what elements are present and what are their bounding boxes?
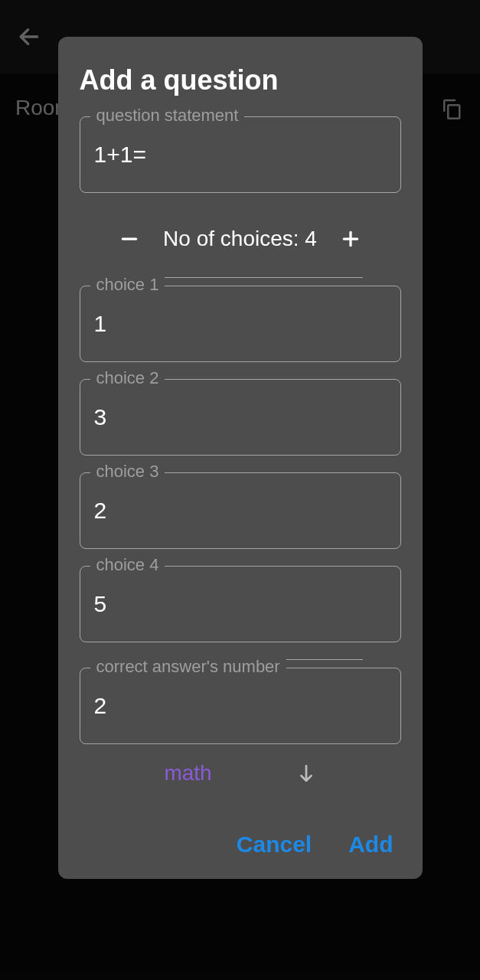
dialog-scrim[interactable]: Add a question question statement No of … [0,0,480,980]
category-label: math [164,761,211,786]
question-statement-label: question statement [90,107,245,124]
choice-4-label: choice 4 [90,557,165,573]
choice-2-field: choice 2 [80,379,401,456]
choice-3-input[interactable] [80,472,401,549]
correct-answer-input[interactable] [80,668,401,744]
correct-answer-field: correct answer's number [80,668,401,744]
choice-2-label: choice 2 [90,370,165,387]
dialog-title: Add a question [80,64,401,96]
question-statement-input[interactable] [80,116,401,193]
num-choices-prefix: No of choices: [163,227,305,250]
choice-3-field: choice 3 [80,472,401,549]
question-statement-field: question statement [80,116,401,193]
choice-4-input[interactable] [80,566,401,642]
choice-4-field: choice 4 [80,566,401,642]
dialog-actions: Cancel Add [80,831,401,858]
add-button[interactable]: Add [348,831,393,858]
choice-1-field: choice 1 [80,286,401,362]
add-question-dialog: Add a question question statement No of … [58,37,423,879]
num-choices-row: No of choices: 4 [80,224,401,254]
choice-1-input[interactable] [80,286,401,362]
num-choices-label: No of choices: 4 [163,227,317,251]
increment-choices-button[interactable] [335,224,366,254]
chevron-down-icon [296,763,316,783]
category-dropdown[interactable]: math [80,761,401,786]
choice-3-label: choice 3 [90,463,165,480]
choice-1-label: choice 1 [90,276,165,293]
num-choices-value: 4 [305,227,317,250]
cancel-button[interactable]: Cancel [237,831,312,858]
choice-2-input[interactable] [80,379,401,456]
correct-answer-label: correct answer's number [90,658,286,675]
decrement-choices-button[interactable] [114,224,145,254]
